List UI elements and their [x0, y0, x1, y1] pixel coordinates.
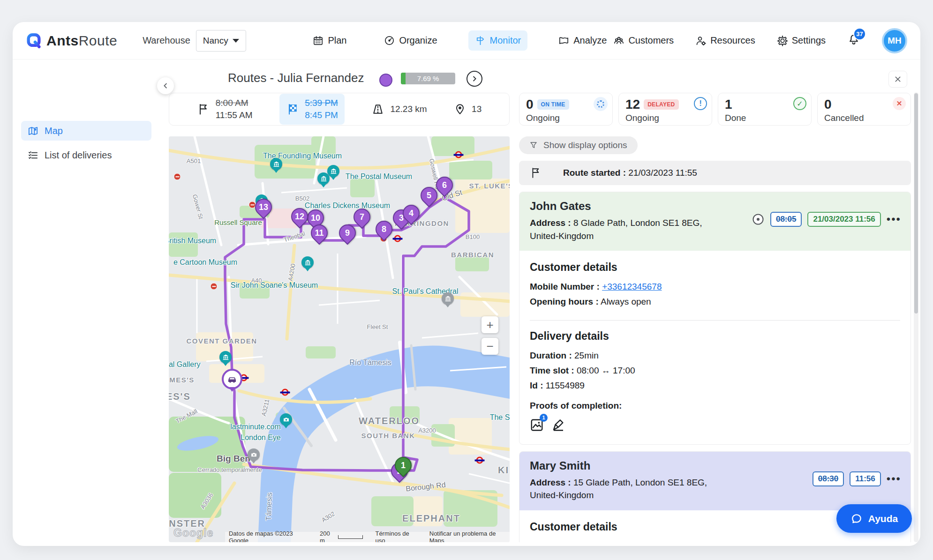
chat-bubble-icon [850, 513, 863, 525]
status-cards-row: 0ON TIME Ongoing 12DELAYED Ongoing ! 1 D… [519, 93, 911, 126]
stops-value: 13 [472, 104, 482, 114]
stop-body: Customer details Mobile Number : +336123… [519, 251, 910, 444]
filter-icon [529, 141, 538, 149]
google-logo: Google [173, 527, 213, 539]
close-panel-button[interactable] [888, 71, 907, 88]
flag-icon [530, 167, 542, 179]
vehicle-marker[interactable] [222, 369, 242, 389]
avatar[interactable]: MH [882, 28, 907, 53]
sidebar-item-list-of-deliveries[interactable]: List of deliveries [21, 145, 151, 165]
mobile-number-line: Mobile Number : +33612345678 [530, 539, 662, 542]
planned-time-badge: 08:05 [770, 212, 802, 227]
tab-analyze[interactable]: Analyze [552, 30, 613, 51]
scale-bar-icon [338, 535, 363, 539]
stop-header[interactable]: John Gates Address : 8 Glade Path, Londo… [519, 192, 910, 251]
notifications-button[interactable]: 37 [847, 33, 860, 48]
gauge-icon [384, 35, 395, 46]
more-options-button[interactable]: ••• [887, 217, 901, 222]
status-card-cancelled[interactable]: 0 Cancelled ✕ [817, 93, 911, 126]
warehouse-value: Nancy [203, 36, 228, 46]
status-card-done[interactable]: 1 Done ✓ [718, 93, 812, 126]
flag-icon [197, 103, 210, 116]
photo-proof-button[interactable]: 1 [530, 418, 544, 434]
check-icon: ✓ [793, 97, 806, 110]
actual-time-badge: 21/03/2023 11:56 [807, 212, 880, 227]
report-problem-link[interactable]: Notificar un problema de Maps [429, 530, 506, 542]
pin-icon [454, 103, 466, 115]
collapse-panel-button[interactable] [157, 77, 174, 94]
terms-link[interactable]: Términos de uso [375, 530, 417, 542]
warehouse-select[interactable]: Nancy [196, 30, 247, 52]
sidebar-item-map[interactable]: Map [21, 121, 151, 141]
antsroute-logo[interactable]: AntsRoute [26, 33, 117, 49]
alert-icon: ! [694, 97, 707, 110]
id-line: Id : 11554989 [530, 378, 900, 393]
stat-end-time: 5:39 PM 8:45 PM [279, 94, 345, 124]
stat-stops: 13 [454, 103, 482, 115]
nav-tabs: Plan Organize Monitor Analyze [306, 30, 613, 51]
close-icon [894, 75, 902, 83]
duration-line: Duration : 25min [530, 348, 900, 363]
poi-pin-camera[interactable] [280, 413, 292, 426]
checklist-icon [28, 150, 38, 161]
proofs-label: Proofs of completion: [530, 398, 900, 413]
poi-pin-museum[interactable] [270, 158, 282, 170]
tab-organize[interactable]: Organize [377, 30, 444, 51]
poi-pin-museum[interactable] [301, 256, 314, 269]
stop-header[interactable]: Mary Smith Address : 15 Glade Path, Lond… [519, 452, 910, 510]
target-icon[interactable] [752, 213, 765, 226]
phone-link[interactable]: +33612345678 [602, 541, 662, 542]
zoom-in-button[interactable]: + [482, 316, 498, 333]
notification-badge: 37 [853, 28, 866, 40]
scrollbar-thumb[interactable] [914, 93, 918, 314]
app-window: AntsRoute Warehouse Nancy Plan Organize … [13, 22, 920, 546]
poi-pin-camera-gray[interactable] [248, 448, 260, 461]
actual-start: 11:55 AM [216, 109, 253, 121]
deliveries-panel: Show display options Route started : 21/… [519, 136, 916, 542]
calendar-icon [313, 35, 324, 46]
planned-start: 8:00 AM [216, 97, 253, 109]
distance-value: 12.23 km [390, 104, 427, 114]
tab-plan[interactable]: Plan [306, 30, 353, 51]
opening-hours-line: Opening hours : Always open [530, 294, 900, 309]
panel-scrollbar[interactable] [914, 92, 918, 542]
cancel-icon: ✕ [893, 97, 906, 110]
poi-pin-museum[interactable] [317, 172, 330, 185]
status-card-ontime[interactable]: 0ON TIME Ongoing [519, 93, 613, 126]
nav-link-settings[interactable]: Settings [777, 35, 826, 46]
signature-proof-button[interactable] [551, 418, 565, 434]
progress-value: 7.69 % [401, 73, 455, 84]
stop-address: Address : 15 Glade Path, London SE1 8EG,… [530, 476, 731, 502]
route-progress-bar: 7.69 % [401, 73, 455, 84]
route-started-bar: Route started : 21/03/2023 11:55 [519, 161, 911, 185]
next-route-button[interactable] [466, 71, 482, 87]
stop-address: Address : 8 Glade Path, London SE1 8EG, … [530, 217, 731, 242]
zoom-out-button[interactable]: − [482, 338, 498, 355]
tab-monitor[interactable]: Monitor [468, 30, 528, 51]
nav-link-resources[interactable]: Resources [695, 35, 755, 46]
poi-pin-museum[interactable] [219, 351, 232, 363]
stat-start-time: 8:00 AM 11:55 AM [197, 97, 253, 121]
phone-link[interactable]: +33612345678 [602, 282, 662, 291]
brand-name: AntsRoute [46, 33, 117, 49]
poi-pin-museum[interactable] [327, 165, 339, 177]
more-options-button[interactable]: ••• [887, 477, 901, 481]
customer-details-title: Customer details [530, 261, 900, 274]
map-scale: 200 m [320, 530, 363, 542]
chart-icon [558, 35, 569, 46]
warehouse-label: Warehouse [143, 35, 190, 46]
chevron-down-icon [233, 39, 239, 43]
gear-icon [777, 35, 788, 46]
actual-end: 8:45 PM [305, 109, 338, 121]
nav-link-customers[interactable]: Customers [613, 35, 674, 46]
show-display-options-button[interactable]: Show display options [519, 136, 638, 154]
map-canvas[interactable]: A501Gower StThe Foundling MuseumThe Post… [169, 136, 510, 542]
signature-icon [551, 418, 565, 432]
help-chat-button[interactable]: Ayuda [836, 504, 912, 533]
stop-name: John Gates [530, 200, 900, 213]
road-icon [371, 103, 384, 116]
nav-right-group: Customers Resources Settings 37 MH [613, 28, 907, 53]
status-card-delayed[interactable]: 12DELAYED Ongoing ! [618, 93, 712, 126]
poi-pin-gray[interactable] [442, 292, 454, 305]
checkered-flag-icon [286, 103, 299, 116]
